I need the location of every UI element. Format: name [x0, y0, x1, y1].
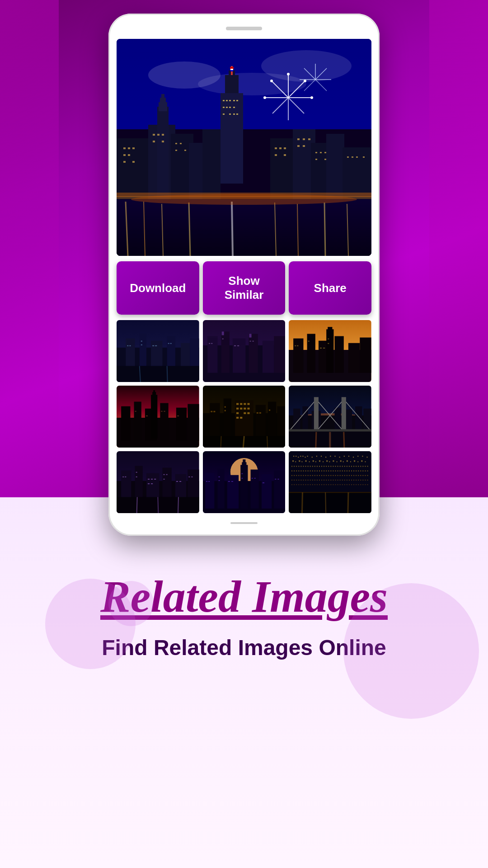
svg-rect-388 — [351, 471, 352, 472]
thumbnail-4[interactable] — [117, 386, 199, 448]
thumbnail-7[interactable] — [117, 451, 199, 513]
svg-rect-263 — [217, 469, 224, 509]
svg-rect-203 — [269, 410, 270, 411]
svg-rect-61 — [184, 150, 186, 151]
svg-line-500 — [302, 492, 303, 513]
svg-line-255 — [137, 497, 137, 513]
svg-rect-321 — [343, 461, 344, 462]
show-similar-button[interactable]: Show Similar — [203, 261, 286, 315]
svg-rect-151 — [327, 329, 334, 373]
svg-rect-91 — [352, 156, 353, 158]
svg-rect-357 — [358, 466, 359, 467]
svg-rect-364 — [296, 471, 297, 472]
svg-rect-479 — [326, 484, 327, 485]
svg-rect-53 — [153, 134, 155, 136]
svg-rect-397 — [294, 475, 295, 476]
svg-rect-57 — [162, 141, 164, 142]
svg-rect-435 — [303, 480, 304, 481]
svg-rect-392 — [361, 471, 361, 472]
thumbnail-9[interactable] — [289, 451, 371, 513]
svg-rect-313 — [315, 461, 316, 462]
svg-rect-331 — [299, 466, 300, 467]
svg-rect-54 — [157, 134, 160, 136]
svg-rect-446 — [328, 480, 329, 481]
svg-rect-72 — [229, 113, 231, 115]
svg-rect-496 — [365, 484, 366, 485]
svg-rect-73 — [233, 113, 235, 115]
bottom-section: Related Images Find Related Images Onlin… — [0, 545, 488, 696]
svg-rect-487 — [344, 484, 345, 485]
svg-rect-81 — [303, 138, 305, 140]
svg-rect-137 — [211, 343, 212, 344]
svg-rect-239 — [125, 476, 126, 477]
svg-rect-356 — [356, 466, 357, 467]
svg-rect-404 — [310, 475, 311, 476]
svg-rect-82 — [308, 138, 310, 140]
svg-rect-449 — [335, 480, 336, 481]
svg-rect-298 — [335, 456, 336, 457]
thumbnail-8[interactable] — [203, 451, 286, 513]
svg-rect-119 — [152, 345, 154, 346]
svg-rect-249 — [164, 479, 165, 480]
svg-rect-184 — [247, 403, 249, 405]
svg-rect-122 — [170, 343, 172, 344]
svg-rect-277 — [241, 473, 243, 474]
svg-rect-476 — [319, 484, 320, 485]
thumbnail-6[interactable] — [289, 386, 371, 448]
svg-rect-425 — [358, 475, 359, 476]
svg-rect-365 — [299, 471, 300, 472]
svg-rect-340 — [319, 466, 320, 467]
svg-rect-319 — [337, 461, 338, 462]
svg-rect-473 — [312, 484, 313, 485]
svg-rect-475 — [317, 484, 318, 485]
thumbnail-2[interactable] — [203, 320, 286, 382]
svg-rect-460 — [361, 480, 361, 481]
svg-rect-317 — [329, 461, 330, 462]
svg-rect-483 — [335, 484, 336, 485]
svg-rect-55 — [162, 134, 164, 136]
thumbnail-1[interactable] — [117, 320, 199, 382]
svg-rect-189 — [236, 412, 239, 414]
svg-rect-297 — [330, 456, 331, 457]
svg-rect-459 — [358, 480, 359, 481]
svg-rect-134 — [221, 331, 224, 335]
svg-rect-488 — [347, 484, 347, 485]
svg-rect-396 — [291, 475, 292, 476]
svg-rect-131 — [249, 334, 258, 373]
svg-rect-456 — [351, 480, 352, 481]
svg-rect-326 — [361, 460, 363, 462]
svg-rect-402 — [305, 475, 306, 476]
svg-rect-482 — [333, 484, 334, 485]
thumbnail-3[interactable] — [289, 320, 371, 382]
svg-rect-128 — [207, 336, 217, 373]
svg-rect-138 — [222, 339, 223, 340]
svg-rect-305 — [367, 457, 368, 458]
svg-rect-149 — [348, 343, 360, 373]
share-button[interactable]: Share — [289, 261, 371, 315]
svg-rect-241 — [136, 476, 137, 477]
download-button[interactable]: Download — [117, 261, 199, 315]
svg-rect-31 — [230, 70, 233, 71]
svg-rect-79 — [284, 154, 286, 156]
svg-rect-377 — [326, 471, 327, 472]
svg-rect-117 — [141, 341, 142, 342]
svg-rect-135 — [249, 334, 251, 337]
svg-rect-169 — [176, 408, 187, 441]
svg-rect-320 — [340, 460, 342, 462]
svg-rect-175 — [177, 415, 179, 416]
svg-rect-68 — [226, 107, 228, 108]
svg-rect-75 — [275, 147, 277, 149]
svg-rect-162 — [121, 406, 130, 441]
svg-rect-309 — [302, 461, 303, 462]
svg-rect-286 — [293, 456, 294, 457]
svg-rect-224 — [342, 397, 346, 434]
svg-rect-56 — [153, 141, 155, 142]
svg-rect-390 — [356, 471, 357, 472]
main-hero-image[interactable] — [117, 39, 371, 256]
svg-rect-316 — [327, 460, 328, 462]
svg-point-13 — [304, 80, 306, 82]
svg-rect-170 — [188, 404, 199, 441]
phone-mockup: Download Show Similar Share — [108, 14, 380, 536]
svg-rect-394 — [365, 471, 366, 472]
thumbnail-5[interactable] — [203, 386, 286, 448]
